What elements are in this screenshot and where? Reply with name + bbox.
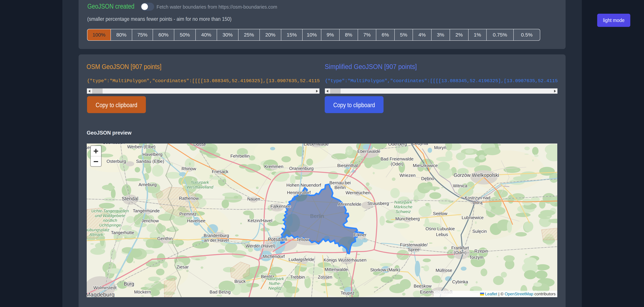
svg-text:Storkow (Mark): Storkow (Mark): [370, 267, 400, 272]
svg-text:Nieplitz: Nieplitz: [268, 286, 282, 290]
svg-text:Hennigsdorf: Hennigsdorf: [287, 190, 311, 195]
svg-text:Werben (Elbe): Werben (Elbe): [127, 144, 155, 149]
svg-text:Fehrbellin: Fehrbellin: [230, 154, 250, 158]
svg-text:Burg: Burg: [124, 281, 134, 286]
svg-text:Friesack: Friesack: [212, 169, 228, 174]
svg-text:Teupitz: Teupitz: [340, 290, 354, 296]
svg-text:Königs Wusterhausen: Königs Wusterhausen: [324, 258, 366, 262]
svg-text:Kostrzyn nad: Kostrzyn nad: [465, 195, 490, 200]
svg-text:(Oder): (Oder): [391, 162, 403, 166]
svg-text:Stendal: Stendal: [122, 196, 138, 201]
svg-text:Westhavelland: Westhavelland: [187, 185, 214, 189]
svg-text:Lebus: Lebus: [436, 232, 448, 237]
svg-text:Möckern: Möckern: [134, 290, 151, 294]
svg-text:Naturpark: Naturpark: [394, 200, 412, 204]
svg-text:Altmark: Altmark: [89, 232, 103, 237]
svg-text:Sandau (Elbe): Sandau (Elbe): [136, 159, 164, 164]
svg-text:Moryń: Moryń: [434, 145, 446, 150]
svg-text:Falkensee: Falkensee: [270, 204, 291, 209]
svg-text:Bad Freienwalde: Bad Freienwalde: [380, 156, 414, 162]
svg-text:Frankfurt: Frankfurt: [451, 245, 469, 250]
svg-text:Ośno Lubuskie: Ośno Lubuskie: [426, 226, 455, 231]
svg-text:Teltow: Teltow: [296, 237, 309, 242]
svg-text:Havelberg: Havelberg: [142, 152, 162, 157]
svg-text:Brandenburg: Brandenburg: [204, 233, 229, 238]
svg-text:Strausberg: Strausberg: [367, 201, 389, 206]
svg-text:Torzym: Torzym: [469, 255, 484, 260]
svg-text:Osterburg: Osterburg: [106, 159, 126, 164]
svg-text:Naturpark: Naturpark: [191, 180, 209, 184]
svg-text:Naturpark: Naturpark: [266, 276, 284, 281]
svg-text:Tangermünde: Tangermünde: [133, 208, 160, 213]
svg-text:Cedynia: Cedynia: [412, 144, 428, 146]
svg-text:Müllrose: Müllrose: [436, 268, 452, 273]
svg-text:Oderberg: Oderberg: [388, 144, 407, 146]
svg-text:Jerichow: Jerichow: [142, 218, 159, 223]
svg-text:Tangerhütte: Tangerhütte: [111, 230, 134, 235]
svg-text:Mieszkowice: Mieszkowice: [413, 163, 438, 168]
svg-text:Havelsee: Havelsee: [187, 218, 205, 223]
svg-text:Genthin: Genthin: [157, 236, 172, 241]
svg-text:Lubniewice: Lubniewice: [462, 215, 484, 220]
svg-text:Seehausen: Seehausen: [102, 144, 125, 145]
svg-text:Premnitz: Premnitz: [179, 212, 197, 216]
svg-text:enübungsplatz: enübungsplatz: [87, 228, 109, 232]
svg-text:Uchte-Tangerquellen: Uchte-Tangerquellen: [91, 208, 129, 213]
svg-text:Bad Belzig: Bad Belzig: [210, 290, 230, 294]
svg-text:nördlich: nördlich: [103, 218, 117, 223]
svg-text:Gorzów Wielkopolski: Gorzów Wielkopolski: [454, 172, 499, 178]
svg-text:Liebenwalde: Liebenwalde: [304, 144, 328, 146]
svg-text:(Oder): (Oder): [454, 250, 466, 255]
svg-text:Eberswalde: Eberswalde: [357, 149, 380, 154]
svg-text:Rathenow: Rathenow: [179, 196, 198, 201]
svg-text:Berlin: Berlin: [334, 185, 346, 190]
svg-text:Müncheberg: Müncheberg: [395, 216, 420, 221]
svg-text:Sulęcin: Sulęcin: [472, 229, 487, 234]
svg-text:Trebbin: Trebbin: [290, 274, 305, 280]
svg-text:Beeskow: Beeskow: [414, 284, 432, 288]
svg-text:Fürstenwalde/: Fürstenwalde/: [400, 242, 428, 247]
svg-text:Berlin: Berlin: [310, 213, 324, 219]
svg-text:Magdeburg: Magdeburg: [87, 291, 114, 297]
svg-text:Ahrensfelde: Ahrensfelde: [338, 202, 362, 207]
svg-text:Märkische: Märkische: [394, 204, 412, 209]
svg-text:und Waldgebiete: und Waldgebiete: [95, 213, 125, 218]
svg-text:Ketzin/Havel: Ketzin/Havel: [248, 218, 272, 223]
svg-text:Dębno: Dębno: [421, 176, 434, 181]
svg-text:Kremmen: Kremmen: [264, 164, 284, 169]
svg-text:Michendorf: Michendorf: [263, 254, 285, 259]
svg-text:Rzepin: Rzepin: [474, 248, 488, 254]
svg-text:an der Havel: an der Havel: [204, 238, 229, 243]
svg-text:Biesenthal: Biesenthal: [337, 163, 358, 168]
svg-text:Wolmirstedt: Wolmirstedt: [94, 285, 117, 290]
svg-text:Odrą: Odrą: [472, 200, 482, 205]
svg-text:Spree: Spree: [408, 247, 420, 252]
svg-text:Rhinow: Rhinow: [182, 166, 196, 171]
svg-text:Erkner: Erkner: [354, 232, 366, 237]
svg-text:Brück: Brück: [234, 279, 246, 284]
svg-text:Cybinka: Cybinka: [452, 279, 468, 284]
svg-text:Bernau bei: Bernau bei: [330, 180, 351, 185]
svg-text:Oranienburg: Oranienburg: [289, 166, 314, 171]
svg-text:Arneburg: Arneburg: [138, 182, 157, 187]
svg-text:Witnica: Witnica: [453, 183, 467, 188]
svg-text:Dosse: Dosse: [193, 144, 206, 147]
svg-text:Werneuchen: Werneuchen: [346, 190, 370, 195]
svg-text:Nauen: Nauen: [247, 196, 260, 202]
svg-text:Potsdam: Potsdam: [268, 237, 287, 242]
svg-text:Zossen: Zossen: [318, 274, 332, 280]
svg-text:Wriezen: Wriezen: [400, 173, 416, 178]
svg-text:Ludwigsfelde: Ludwigsfelde: [288, 257, 314, 262]
svg-text:Schweiz: Schweiz: [396, 209, 410, 214]
svg-text:Mittenwalde: Mittenwalde: [324, 267, 348, 272]
svg-text:Seelow: Seelow: [433, 211, 447, 216]
svg-text:Ziesar: Ziesar: [176, 264, 189, 270]
svg-text:Nuthe-: Nuthe-: [269, 281, 281, 286]
svg-text:Hohen Neuendorf: Hohen Neuendorf: [286, 182, 321, 188]
svg-text:Werder (Havel): Werder (Havel): [246, 244, 275, 248]
svg-text:Uchtspringe: Uchtspringe: [99, 223, 121, 228]
